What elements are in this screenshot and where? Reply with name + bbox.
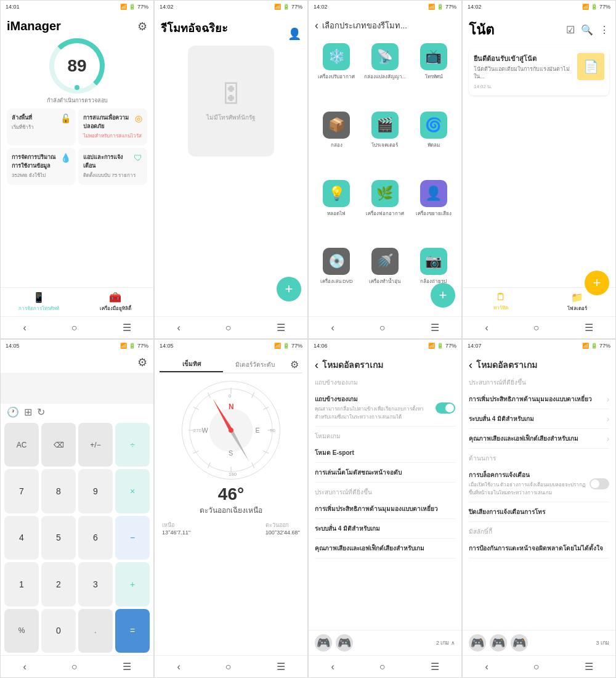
add-note-fab[interactable]: + (585, 271, 609, 295)
key-ac[interactable]: AC (4, 423, 39, 467)
key-plus[interactable]: + (115, 562, 150, 606)
game-row-vision[interactable]: การเพิ่มประสิทธิภาพด้านมุมมองแบบตาเหยี่ย… (315, 499, 455, 519)
back-icon-p3[interactable]: ‹ (315, 19, 318, 32)
key-1[interactable]: 1 (4, 562, 39, 606)
key-4[interactable]: 4 (4, 516, 39, 560)
search-icon[interactable]: 🔍 (581, 24, 593, 36)
game-avatar-1[interactable]: 🎮 (315, 634, 332, 651)
key-6[interactable]: 6 (78, 516, 113, 560)
back-icon-p5[interactable]: ‹ (23, 661, 26, 672)
security-card[interactable]: ◎ การสแกนเพื่อความปลอดภัย ไม่พอสำหรับการ… (78, 108, 147, 145)
recents-icon-p2[interactable]: ☰ (277, 322, 285, 333)
home-icon-nav-p7[interactable]: ○ (379, 661, 386, 672)
key-7[interactable]: 7 (4, 469, 39, 513)
tab-compass[interactable]: เข็มทิศ (160, 357, 223, 372)
key-equals[interactable]: = (115, 609, 150, 653)
back-icon-p7[interactable]: ‹ (315, 359, 318, 372)
settings-row-touch-protect[interactable]: การป้องกันการแตะหน้าจอผิดพลาดโดยไม่ได้ตั… (469, 539, 609, 558)
key-minus[interactable]: − (115, 516, 150, 560)
device-item-light[interactable]: 💡 หลอดไฟ (315, 180, 359, 243)
tab-utilities[interactable]: 🧰 เครื่องมือยูทิลิตี้ (77, 288, 153, 316)
back-icon-p4[interactable]: ‹ (485, 322, 488, 333)
recents-icon-p5[interactable]: ☰ (123, 661, 131, 672)
key-5[interactable]: 5 (41, 516, 76, 560)
key-plusminus[interactable]: +/− (78, 423, 113, 467)
back-icon-p1[interactable]: ‹ (23, 322, 26, 333)
key-3[interactable]: 3 (78, 562, 113, 606)
recents-icon-nav-p7[interactable]: ☰ (431, 661, 439, 672)
device-item-purifier[interactable]: 🌿 เครื่องฟอกอากาศ (363, 180, 407, 243)
gear-icon[interactable]: ⚙ (137, 20, 147, 33)
device-item-fan[interactable]: 🌀 พัดลม (411, 112, 455, 175)
tab-level[interactable]: มิเตอร์วัดระดับ (223, 357, 286, 372)
game-avatar-p8-3[interactable]: 🎮 (511, 634, 528, 651)
home-icon-p1[interactable]: ○ (71, 322, 78, 333)
recents-icon-p1[interactable]: ☰ (123, 322, 131, 333)
note-item[interactable]: ยืนดีต้อนรับเข้าสู่โน้ต โน้ตดีวินแอดเดีย… (469, 48, 609, 96)
checkbox-icon[interactable]: ☑ (566, 24, 575, 36)
tab-phone-mgmt[interactable]: 📱 การจัดการโทรศัพท์ (1, 288, 77, 316)
settings-row-vibration[interactable]: ระบบสั่น 4 มิติสำหรับเกม › (469, 409, 609, 429)
game-row-esport[interactable]: โหมด E-sport (315, 443, 455, 463)
key-multiply[interactable]: × (115, 469, 150, 513)
back-icon-p8[interactable]: ‹ (469, 359, 472, 372)
key-divide[interactable]: ÷ (115, 423, 150, 467)
person-icon[interactable]: 👤 (288, 27, 301, 41)
compass-settings-icon[interactable]: ⚙ (286, 357, 302, 372)
table-icon[interactable]: ⊞ (24, 406, 32, 418)
history-icon[interactable]: 🕐 (7, 406, 19, 418)
key-dot[interactable]: . (78, 609, 113, 653)
back-icon-nav-p3[interactable]: ‹ (331, 322, 334, 333)
back-icon-p6[interactable]: ‹ (177, 661, 180, 672)
notif-toggle[interactable] (590, 478, 609, 489)
back-icon-nav-p7[interactable]: ‹ (331, 661, 334, 672)
device-item-box[interactable]: 📡 กล่องแปลงสัญญา... (363, 43, 407, 107)
apps-sub: ติดตั้งแบบบับ 75 รายการ (83, 171, 142, 179)
key-percent[interactable]: % (4, 609, 39, 653)
home-icon-p5[interactable]: ○ (71, 661, 78, 672)
recents-icon-p6[interactable]: ☰ (277, 661, 285, 672)
home-icon-p6[interactable]: ○ (225, 661, 232, 672)
add-device-fab-p3[interactable]: + (431, 283, 455, 308)
refresh-icon[interactable]: ↻ (37, 406, 45, 418)
game-row-audio[interactable]: คุณภาพเสียงและเอฟเฟ็กต์เสียงสำหรับเกม (315, 539, 455, 558)
device-item-heater[interactable]: 🚿 เครื่องทำน้ำอุ่น (363, 248, 407, 311)
calc-gear-icon[interactable]: ⚙ (131, 352, 153, 373)
key-2[interactable]: 2 (41, 562, 76, 606)
home-icon-p2[interactable]: ○ (225, 322, 232, 333)
recents-icon-nav-p8[interactable]: ☰ (585, 661, 593, 672)
game-row-vibration[interactable]: ระบบสั่น 4 มิติสำหรับเกม (315, 519, 455, 539)
settings-row-call-silent[interactable]: ปิดเสียงการแจ้งเตือนการโทร (469, 502, 609, 522)
home-icon-p4[interactable]: ○ (533, 322, 540, 333)
recents-icon-p4[interactable]: ☰ (585, 322, 593, 333)
game-avatar-p8-1[interactable]: 🎮 (469, 634, 486, 651)
device-item-projector[interactable]: 🎬 โปรเจคเตอร์ (363, 112, 407, 175)
device-item-speaker[interactable]: 👤 เครื่องขยายเสียง (411, 180, 455, 243)
device-item-tv[interactable]: 📺 โทรทัศน์ (411, 43, 455, 107)
device-item-ac[interactable]: ❄️ เครื่องปรับอากาศ (315, 43, 359, 107)
apps-card[interactable]: 🛡 แอปและการแจ้งเตือน ติดตั้งแบบบับ 75 รา… (78, 148, 147, 185)
sidebar-toggle[interactable] (436, 402, 455, 414)
add-device-fab[interactable]: + (277, 277, 301, 301)
settings-row-notif-block[interactable]: การบล็อคการแจ้งเตือน เมื่อเปิดใช้งาน ตัว… (469, 465, 609, 502)
settings-row-audio[interactable]: คุณภาพเสียงและเอฟเฟ็กต์เสียงสำหรับเกม › (469, 429, 609, 449)
key-8[interactable]: 8 (41, 469, 76, 513)
key-backspace[interactable]: ⌫ (41, 423, 76, 467)
recents-icon-nav-p3[interactable]: ☰ (431, 322, 439, 333)
key-0[interactable]: 0 (41, 609, 76, 653)
settings-row-vision[interactable]: การเพิ่มประสิทธิภาพด้านมุมมองแบบตาเหยี่ย… (469, 390, 609, 409)
home-icon-nav-p8[interactable]: ○ (533, 661, 540, 672)
home-icon-nav-p3[interactable]: ○ (379, 322, 386, 333)
data-card[interactable]: 💧 การจัดการปริมาณการใช้งานข้อมูล 352MB ย… (7, 148, 76, 185)
clean-card[interactable]: 🔓 ล้างพื้นที่ เริ่มที่ช้าร้า (7, 108, 76, 145)
back-icon-nav-p8[interactable]: ‹ (485, 661, 488, 672)
game-row-netmode[interactable]: การเล่นเน็ตโมดัสชณะหน้าจอดับ (315, 463, 455, 483)
key-9[interactable]: 9 (78, 469, 113, 513)
device-item-box2[interactable]: 📦 กล่อง (315, 112, 359, 175)
device-item-dvd[interactable]: 💿 เครื่องเล่น DVD (315, 248, 359, 311)
back-icon-p2[interactable]: ‹ (177, 322, 180, 333)
game-avatar-2[interactable]: 🎮 (336, 634, 353, 651)
game-avatar-p8-2[interactable]: 🎮 (490, 634, 507, 651)
tab-notes-main[interactable]: 🗒 พาร์ทิค (463, 288, 539, 316)
more-icon[interactable]: ⋮ (599, 24, 609, 36)
